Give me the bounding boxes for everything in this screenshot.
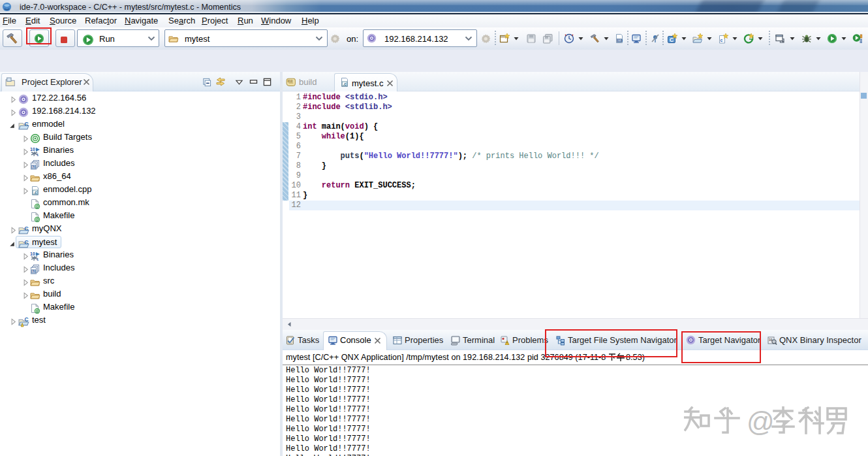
- svg-text:@: @: [747, 406, 775, 436]
